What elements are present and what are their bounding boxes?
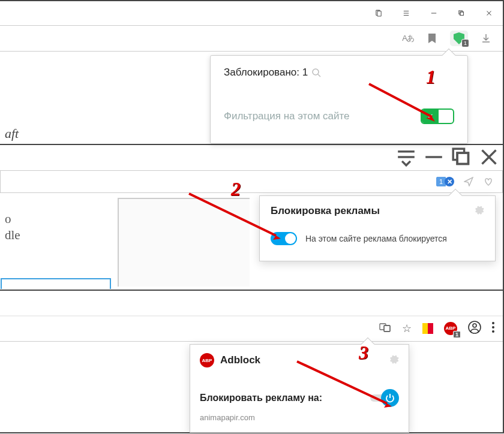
checkmark-icon: ✓ xyxy=(427,112,434,121)
adblock-popup-1: Заблокировано: 1 Фильтрация на этом сайт… xyxy=(210,55,468,144)
maximize-button[interactable] xyxy=(448,147,475,167)
minimize-button[interactable] xyxy=(420,147,448,167)
download-icon[interactable] xyxy=(481,34,491,43)
translate-icon[interactable] xyxy=(379,322,391,335)
page-fragment-text: aft xyxy=(5,126,19,141)
svg-point-34 xyxy=(492,326,494,328)
browser-toolbar: ☆ ABP 1 xyxy=(0,315,503,342)
page-panel xyxy=(118,198,250,287)
close-button[interactable] xyxy=(475,4,503,23)
power-icon xyxy=(381,389,399,407)
svg-point-35 xyxy=(492,330,494,333)
send-icon[interactable] xyxy=(464,177,473,186)
bookmark-icon[interactable] xyxy=(427,33,437,44)
blocked-count-badge: 1 xyxy=(461,39,469,47)
menu-icon[interactable] xyxy=(392,4,420,23)
svg-rect-1 xyxy=(377,11,381,16)
browser-toolbar: 1 ✕ xyxy=(0,170,503,193)
svg-line-14 xyxy=(318,74,320,77)
stop-icon: ✕ xyxy=(445,177,454,186)
star-icon[interactable]: ☆ xyxy=(402,322,412,335)
popup-brand-title: Adblock xyxy=(220,354,260,366)
minimize-button[interactable] xyxy=(420,4,448,23)
extension-yandex-icon[interactable] xyxy=(422,323,433,334)
popup-title: Блокировка рекламы xyxy=(271,205,380,217)
browser-toolbar: Aあ 1 xyxy=(0,25,503,52)
block-ads-toggle[interactable] xyxy=(271,232,297,245)
selection-box xyxy=(1,278,111,289)
adblock-extension-icon[interactable]: 1 xyxy=(450,31,468,46)
blocked-count-label: Заблокировано: 1 xyxy=(224,67,308,79)
adblock-extension-icon[interactable]: ABP 1 xyxy=(444,322,457,335)
page-fragment-text: o dle xyxy=(5,211,20,244)
translate-icon[interactable]: Aあ xyxy=(402,33,414,44)
adblock-extension-icon[interactable]: 1 ✕ xyxy=(436,177,454,186)
svg-rect-7 xyxy=(460,12,464,16)
profile-icon[interactable] xyxy=(468,321,481,336)
blocked-count-badge: 1 xyxy=(453,331,461,338)
svg-point-33 xyxy=(492,322,494,324)
bookmarks-icon[interactable] xyxy=(365,4,392,23)
svg-point-13 xyxy=(313,69,319,75)
filter-on-site-label: Фильтрация на этом сайте xyxy=(224,110,350,122)
block-status-text: На этом сайте реклама блокируется xyxy=(305,234,447,243)
svg-rect-29 xyxy=(384,326,390,331)
close-button[interactable] xyxy=(475,147,503,167)
abp-logo-icon: ABP xyxy=(200,353,214,367)
power-toggle[interactable] xyxy=(370,389,399,407)
svg-rect-19 xyxy=(457,153,468,164)
svg-point-32 xyxy=(473,324,476,327)
sidebar-icon[interactable] xyxy=(392,147,420,167)
search-icon[interactable] xyxy=(311,68,321,77)
block-ads-label: Блокировать рекламу на: xyxy=(200,393,322,403)
svg-marker-23 xyxy=(464,177,473,186)
filter-toggle[interactable]: ✓ xyxy=(421,108,454,124)
maximize-button[interactable] xyxy=(448,4,475,23)
heart-icon[interactable] xyxy=(483,177,494,186)
adblock-popup-3: ABP Adblock Блокировать рекламу на: anim… xyxy=(190,344,409,433)
settings-icon[interactable] xyxy=(388,354,399,367)
domain-label: animapapir.com xyxy=(200,413,399,422)
adblock-popup-2: Блокировка рекламы На этом сайте реклама… xyxy=(259,195,496,261)
menu-icon[interactable] xyxy=(492,322,494,335)
settings-icon[interactable] xyxy=(473,204,484,218)
